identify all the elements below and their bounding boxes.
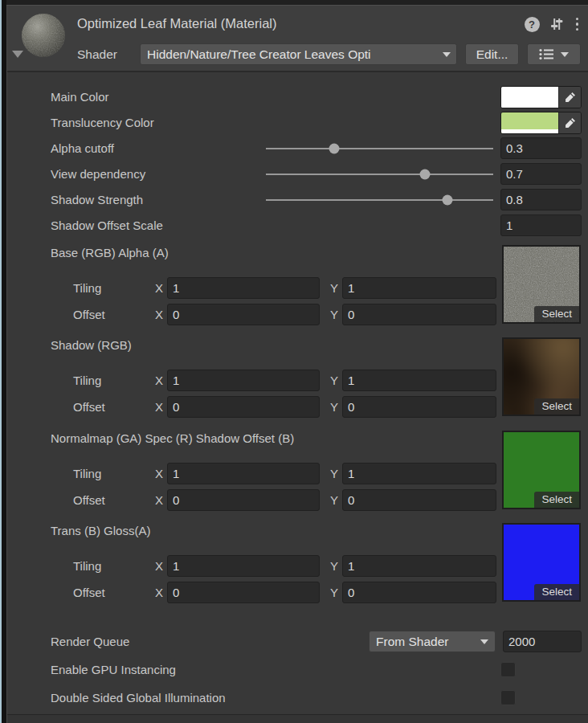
select-texture-button[interactable]: Select	[534, 398, 579, 415]
offset-x-input[interactable]	[167, 396, 320, 418]
select-texture-button[interactable]: Select	[534, 584, 579, 600]
y-label: Y	[330, 586, 342, 599]
texture-section-shadow: Shadow (RGB) Tiling X Y Offset X Y Selec…	[7, 337, 588, 418]
y-label: Y	[330, 281, 342, 295]
material-title: Optimized Leaf Material (Material)	[77, 16, 277, 31]
alpha-cutoff-slider[interactable]	[266, 137, 493, 159]
help-icon[interactable]: ?	[525, 17, 540, 32]
y-label: Y	[330, 493, 342, 507]
double-sided-gi-label: Double Sided Global Illumination	[51, 687, 226, 709]
offset-x-input[interactable]	[167, 489, 320, 511]
offset-label: Offset	[73, 308, 155, 321]
offset-y-input[interactable]	[342, 582, 496, 603]
y-label: Y	[330, 374, 342, 387]
eyedropper-icon[interactable]	[558, 112, 581, 133]
tiling-y-input[interactable]	[342, 555, 496, 577]
texture-label: Normalmap (GA) Spec (R) Shadow Offset (B…	[51, 431, 294, 445]
offset-y-input[interactable]	[342, 489, 496, 511]
shadow-strength-label: Shadow Strength	[51, 189, 143, 210]
tiling-x-input[interactable]	[167, 370, 320, 391]
tiling-label: Tiling	[73, 281, 155, 295]
tiling-label: Tiling	[73, 467, 155, 480]
shadow-strength-value[interactable]	[500, 189, 582, 210]
view-dependency-value[interactable]	[500, 163, 582, 185]
tiling-x-input[interactable]	[167, 463, 320, 484]
render-queue-value[interactable]	[503, 631, 582, 652]
edit-shader-button[interactable]: Edit...	[465, 43, 519, 65]
gpu-instancing-label: Enable GPU Instancing	[51, 659, 176, 680]
view-dependency-slider[interactable]	[266, 163, 493, 185]
tiling-y-input[interactable]	[342, 277, 496, 299]
translucency-color-swatch[interactable]	[501, 112, 558, 133]
texture-section-base: Base (RGB) Alpha (A) Tiling X Y Offset X…	[7, 245, 588, 325]
tiling-x-input[interactable]	[167, 555, 320, 577]
tiling-x-input[interactable]	[167, 277, 320, 299]
shadow-offset-scale-label: Shadow Offset Scale	[51, 214, 163, 236]
render-queue-mode: From Shader	[376, 635, 448, 649]
paste-properties-button[interactable]	[527, 43, 581, 65]
chevron-down-icon	[561, 52, 569, 57]
tiling-y-input[interactable]	[342, 370, 496, 391]
offset-label: Offset	[73, 400, 155, 414]
main-color-label: Main Color	[51, 86, 109, 108]
chevron-down-icon	[480, 639, 488, 644]
x-label: X	[155, 467, 167, 480]
render-queue-dropdown[interactable]: From Shader	[369, 631, 496, 652]
offset-y-input[interactable]	[342, 304, 496, 325]
y-label: Y	[330, 308, 342, 321]
shadow-offset-scale-value[interactable]	[500, 214, 582, 236]
y-label: Y	[330, 400, 342, 414]
slider-thumb[interactable]	[420, 169, 431, 179]
slider-thumb[interactable]	[443, 194, 453, 205]
texture-section-normalmap: Normalmap (GA) Spec (R) Shadow Offset (B…	[7, 431, 588, 511]
foldout-arrow-icon[interactable]	[12, 51, 23, 58]
alpha-bar	[501, 129, 558, 133]
x-label: X	[155, 559, 167, 573]
alpha-cutoff-value[interactable]	[500, 137, 582, 159]
offset-y-input[interactable]	[342, 396, 496, 418]
texture-thumbnail-shadow[interactable]: Select	[502, 337, 581, 416]
shader-label: Shader	[77, 47, 117, 62]
x-label: X	[155, 374, 167, 387]
render-queue-label: Render Queue	[51, 631, 129, 652]
eyedropper-icon[interactable]	[558, 87, 581, 108]
x-label: X	[155, 586, 167, 599]
gpu-instancing-checkbox[interactable]	[500, 662, 516, 677]
main-color-control	[500, 86, 582, 108]
texture-thumbnail-trans[interactable]: Select	[502, 523, 581, 602]
slider-thumb[interactable]	[329, 143, 339, 153]
texture-thumbnail-base[interactable]: Select	[502, 245, 581, 324]
chevron-down-icon	[443, 52, 451, 57]
select-texture-button[interactable]: Select	[534, 492, 579, 508]
shader-dropdown-value: Hidden/Nature/Tree Creator Leaves Opti	[147, 47, 371, 62]
presets-icon[interactable]	[549, 17, 564, 31]
y-label: Y	[330, 467, 342, 480]
shader-dropdown[interactable]: Hidden/Nature/Tree Creator Leaves Opti	[140, 43, 457, 65]
offset-label: Offset	[73, 586, 155, 599]
panel-bottom-strip	[7, 714, 588, 723]
panel-top-gutter	[6, 0, 588, 6]
main-color-swatch[interactable]	[501, 87, 558, 108]
translucency-color-control	[500, 112, 582, 134]
alpha-bar	[501, 104, 558, 108]
texture-section-trans: Trans (B) Gloss(A) Tiling X Y Offset X Y…	[7, 523, 588, 603]
offset-x-input[interactable]	[167, 304, 320, 325]
offset-label: Offset	[73, 493, 155, 507]
tiling-label: Tiling	[73, 374, 155, 387]
texture-thumbnail-normalmap[interactable]: Select	[502, 431, 581, 509]
x-label: X	[155, 400, 167, 414]
select-texture-button[interactable]: Select	[534, 306, 579, 322]
y-label: Y	[330, 559, 342, 573]
slider-track	[266, 199, 493, 201]
view-dependency-label: View dependency	[51, 163, 145, 185]
tiling-label: Tiling	[73, 559, 155, 573]
shadow-strength-slider[interactable]	[266, 189, 493, 210]
more-menu-icon[interactable]	[574, 18, 582, 31]
double-sided-gi-checkbox[interactable]	[500, 690, 516, 705]
texture-label: Base (RGB) Alpha (A)	[51, 246, 169, 259]
tiling-y-input[interactable]	[342, 463, 496, 484]
texture-label: Trans (B) Gloss(A)	[51, 524, 150, 537]
inspector-material-panel: Optimized Leaf Material (Material) ? Sha…	[0, 0, 588, 723]
offset-x-input[interactable]	[167, 582, 320, 603]
list-icon	[539, 48, 553, 60]
